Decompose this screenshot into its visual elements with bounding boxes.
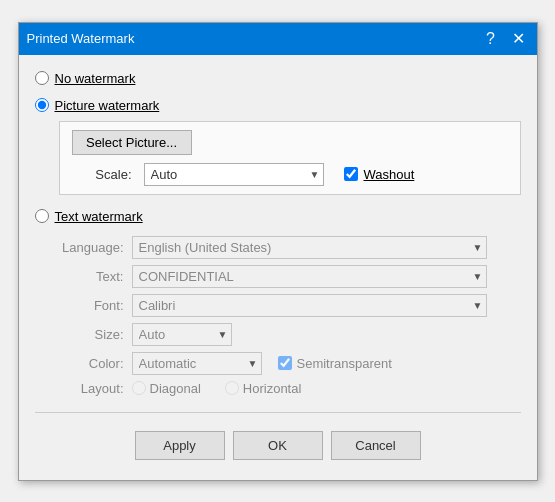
help-button[interactable]: ? xyxy=(481,29,501,49)
font-select-wrapper: Calibri ▼ xyxy=(132,294,487,317)
washout-row: Washout xyxy=(344,167,415,182)
language-select-wrapper: English (United States) ▼ xyxy=(132,236,487,259)
font-label: Font: xyxy=(59,298,124,313)
apply-button[interactable]: Apply xyxy=(135,431,225,460)
button-row: Apply OK Cancel xyxy=(35,423,521,472)
title-bar-controls: ? ✕ xyxy=(481,29,529,49)
layout-label: Layout: xyxy=(59,381,124,396)
font-select[interactable]: Calibri xyxy=(132,294,487,317)
size-label: Size: xyxy=(59,327,124,342)
color-select[interactable]: Automatic xyxy=(132,352,262,375)
size-row: Size: Auto ▼ xyxy=(59,323,521,346)
button-divider xyxy=(35,412,521,413)
language-select[interactable]: English (United States) xyxy=(132,236,487,259)
scale-label: Scale: xyxy=(72,167,132,182)
no-watermark-row: No watermark xyxy=(35,67,521,90)
scale-select-wrapper: Auto ▼ xyxy=(144,163,324,186)
horizontal-radio[interactable] xyxy=(225,381,239,395)
color-row: Color: Automatic ▼ Semitransparent xyxy=(59,352,521,375)
text-watermark-radio[interactable] xyxy=(35,209,49,223)
layout-row: Layout: Diagonal Horizontal xyxy=(59,381,521,396)
scale-select[interactable]: Auto xyxy=(144,163,324,186)
dialog-title: Printed Watermark xyxy=(27,31,135,46)
text-select[interactable]: CONFIDENTIAL xyxy=(132,265,487,288)
font-row: Font: Calibri ▼ xyxy=(59,294,521,317)
color-select-wrapper: Automatic ▼ xyxy=(132,352,262,375)
text-row: Text: CONFIDENTIAL ▼ xyxy=(59,265,521,288)
horizontal-label: Horizontal xyxy=(243,381,302,396)
layout-options: Diagonal Horizontal xyxy=(132,381,302,396)
cancel-button[interactable]: Cancel xyxy=(331,431,421,460)
semitransparent-checkbox[interactable] xyxy=(278,356,292,370)
picture-section: Select Picture... Scale: Auto ▼ Washout xyxy=(59,121,521,195)
text-select-wrapper: CONFIDENTIAL ▼ xyxy=(132,265,487,288)
semitransparent-label[interactable]: Semitransparent xyxy=(297,356,392,371)
close-button[interactable]: ✕ xyxy=(509,29,529,49)
text-label: Text: xyxy=(59,269,124,284)
diagonal-option: Diagonal xyxy=(132,381,201,396)
color-label: Color: xyxy=(59,356,124,371)
diagonal-radio[interactable] xyxy=(132,381,146,395)
size-select[interactable]: Auto xyxy=(132,323,232,346)
picture-watermark-radio[interactable] xyxy=(35,98,49,112)
washout-checkbox[interactable] xyxy=(344,167,358,181)
dialog-content: No watermark Picture watermark Select Pi… xyxy=(19,55,537,480)
text-watermark-label[interactable]: Text watermark xyxy=(55,209,143,224)
washout-label[interactable]: Washout xyxy=(364,167,415,182)
semitransparent-wrapper: Semitransparent xyxy=(278,356,392,371)
select-picture-wrapper: Select Picture... xyxy=(72,130,508,155)
no-watermark-label[interactable]: No watermark xyxy=(55,71,136,86)
printed-watermark-dialog: Printed Watermark ? ✕ No watermark Pictu… xyxy=(18,22,538,481)
title-bar: Printed Watermark ? ✕ xyxy=(19,23,537,55)
size-select-wrapper: Auto ▼ xyxy=(132,323,232,346)
picture-watermark-row: Picture watermark xyxy=(35,94,521,117)
scale-row: Scale: Auto ▼ Washout xyxy=(72,163,508,186)
text-section: Language: English (United States) ▼ Text… xyxy=(59,232,521,400)
diagonal-label: Diagonal xyxy=(150,381,201,396)
language-label: Language: xyxy=(59,240,124,255)
language-row: Language: English (United States) ▼ xyxy=(59,236,521,259)
ok-button[interactable]: OK xyxy=(233,431,323,460)
horizontal-option: Horizontal xyxy=(225,381,302,396)
select-picture-button[interactable]: Select Picture... xyxy=(72,130,192,155)
no-watermark-radio[interactable] xyxy=(35,71,49,85)
text-watermark-row: Text watermark xyxy=(35,205,521,228)
picture-watermark-label[interactable]: Picture watermark xyxy=(55,98,160,113)
